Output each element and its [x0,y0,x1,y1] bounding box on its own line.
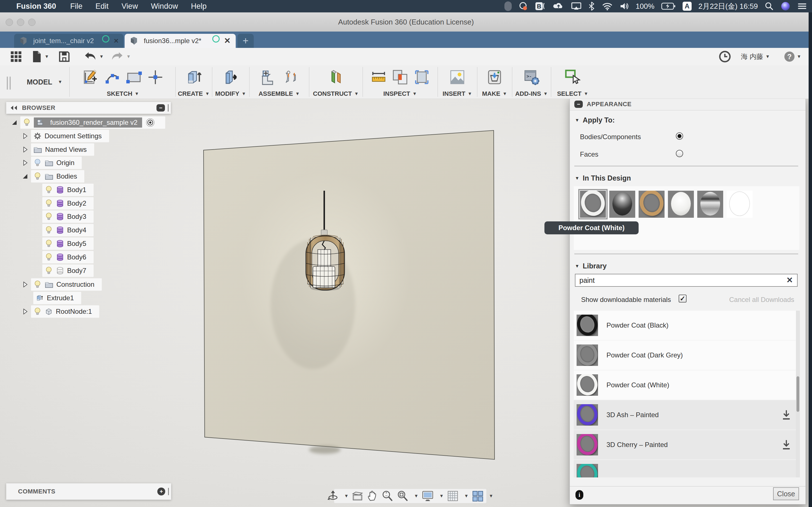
download-material-icon[interactable] [781,409,792,420]
show-downloadable-checkbox[interactable]: ✓ [679,295,687,302]
notification-center-icon[interactable] [797,2,807,10]
redo-caret[interactable]: ▼ [126,54,131,59]
section-analysis-icon[interactable] [413,68,430,86]
sketch-group-label[interactable]: SKETCH▼ [107,89,139,99]
app-menu-title[interactable]: Fusion 360 [16,2,56,11]
flat-white-swatch[interactable] [726,191,753,218]
apply-to-faces-radio[interactable] [676,150,683,157]
display-mirroring-icon[interactable] [571,1,581,11]
white-torus-swatch[interactable] [580,191,606,218]
volume-icon[interactable] [619,2,629,11]
grid-settings-caret[interactable]: ▼ [464,494,469,499]
dialog-handle-icon[interactable]: − [574,101,583,108]
appearance-dialog-header[interactable]: − APPEARANCE [570,98,806,110]
tree-row-document-settings[interactable]: Document Settings [21,130,109,142]
extrude-icon[interactable] [185,68,203,86]
insert-image-icon[interactable] [449,68,465,86]
tree-row-bodies[interactable]: Bodies [21,170,84,182]
clear-search-icon[interactable]: ✕ [786,276,793,285]
tree-row-body1[interactable]: Body1 [42,184,94,196]
library-section-header[interactable]: ▼Library [575,262,607,270]
save-icon[interactable] [58,48,70,65]
apply-to-bodies-radio[interactable] [676,132,683,140]
boxed-b-icon[interactable]: B [535,1,546,11]
tree-row-body7[interactable]: Body7 [42,265,94,277]
bulb-off-icon[interactable] [33,158,42,167]
activate-component-radio[interactable] [146,118,155,127]
construct-group-label[interactable]: CONSTRUCT▼ [313,89,359,99]
pan-icon[interactable] [366,490,378,502]
close-dialog-button[interactable]: Close [773,487,799,500]
material-row-powder-coat-dark-grey[interactable]: Powder Coat (Dark Grey) [574,341,796,370]
tree-row-body3[interactable]: Body3 [42,210,94,223]
measure-icon[interactable] [370,68,387,86]
in-this-design-section-header[interactable]: ▼In This Design [575,174,631,182]
menu-file[interactable]: File [70,2,83,11]
modify-group-label[interactable]: MODIFY▼ [215,89,246,99]
fit-view-icon[interactable] [396,490,409,502]
material-row-partial[interactable] [574,460,796,477]
fit-caret[interactable]: ▼ [414,494,418,499]
construction-plane-icon[interactable] [327,68,345,86]
collapsed-triangle-icon[interactable] [21,132,29,140]
create-group-label[interactable]: CREATE▼ [178,89,210,99]
add-comment-icon[interactable]: + [157,488,165,496]
bulb-on-icon[interactable] [45,212,53,221]
job-status-icon[interactable] [718,48,731,65]
tab-fusion360-render-sample[interactable]: fusion36...mple v2* ✕ [124,34,236,48]
tree-row-extrude1[interactable]: Extrude1 [33,292,81,304]
browser-resize-handle[interactable] [168,104,168,112]
bulb-on-icon[interactable] [45,266,53,275]
info-icon[interactable]: i [575,490,583,500]
inspect-group-label[interactable]: INSPECT▼ [383,89,417,99]
siri-icon[interactable] [780,1,791,11]
cancel-downloads-link[interactable]: Cancel all Downloads [722,296,794,304]
screen-record-icon[interactable] [518,1,528,11]
assemble-group-label[interactable]: ASSEMBLE▼ [259,89,300,99]
expanded-triangle-icon[interactable] [21,173,29,180]
comments-resize-handle[interactable] [168,488,169,495]
bluetooth-icon[interactable] [589,1,595,11]
cloud-upload-icon[interactable] [553,1,564,11]
material-row-powder-coat-white[interactable]: Powder Coat (White) [574,371,796,400]
look-at-icon[interactable] [351,490,364,502]
collapsed-triangle-icon[interactable] [21,146,29,153]
bulb-on-icon[interactable] [45,239,53,248]
collapsed-triangle-icon[interactable] [21,159,29,166]
interference-icon[interactable] [391,68,409,86]
bulb-on-icon[interactable] [22,118,31,127]
material-search-input[interactable] [575,274,798,287]
scripts-addins-icon[interactable]: >- [523,68,540,86]
orbit-icon[interactable] [327,490,339,502]
menu-window[interactable]: Window [151,2,178,11]
browser-options-icon[interactable]: − [156,104,165,112]
create-sketch-icon[interactable] [82,68,100,86]
bulb-on-icon[interactable] [33,172,42,181]
file-menu-icon[interactable]: ▼ [31,48,49,65]
material-row-3d-ash-painted[interactable]: 3D Ash – Painted [574,400,796,430]
dark-metal-sphere-swatch[interactable] [609,191,635,218]
joint-icon[interactable] [282,68,299,86]
app-grid-icon[interactable] [10,48,22,65]
bulb-on-icon[interactable] [45,185,53,194]
tree-row-origin[interactable]: Origin [21,157,82,169]
menu-view[interactable]: View [121,2,138,11]
rectangle-sketch-icon[interactable] [125,68,143,86]
close-tab-icon[interactable]: × [114,37,118,45]
spline-icon[interactable] [104,68,121,86]
display-settings-caret[interactable]: ▼ [439,494,444,499]
material-list-scrollbar[interactable] [796,311,800,477]
tree-row-root[interactable]: fusion360_render_sample v2 [10,116,165,129]
press-pull-icon[interactable] [221,68,240,86]
select-icon[interactable] [564,68,581,86]
material-row-3d-cherry-painted[interactable]: 3D Cherry – Painted [574,430,796,459]
bulb-on-icon[interactable] [33,307,42,316]
selected-root-component[interactable]: fusion360_render_sample v2 [34,117,142,128]
toolbar-grip[interactable] [10,76,11,90]
redo-icon[interactable]: ▼ [110,48,131,65]
viewports-caret[interactable]: ▼ [489,494,493,499]
collapsed-triangle-icon[interactable] [21,281,29,288]
new-tab-button[interactable]: + [238,34,254,48]
help-menu[interactable]: ? ▼ [784,48,801,65]
comments-bar[interactable]: COMMENTS + [6,483,171,500]
